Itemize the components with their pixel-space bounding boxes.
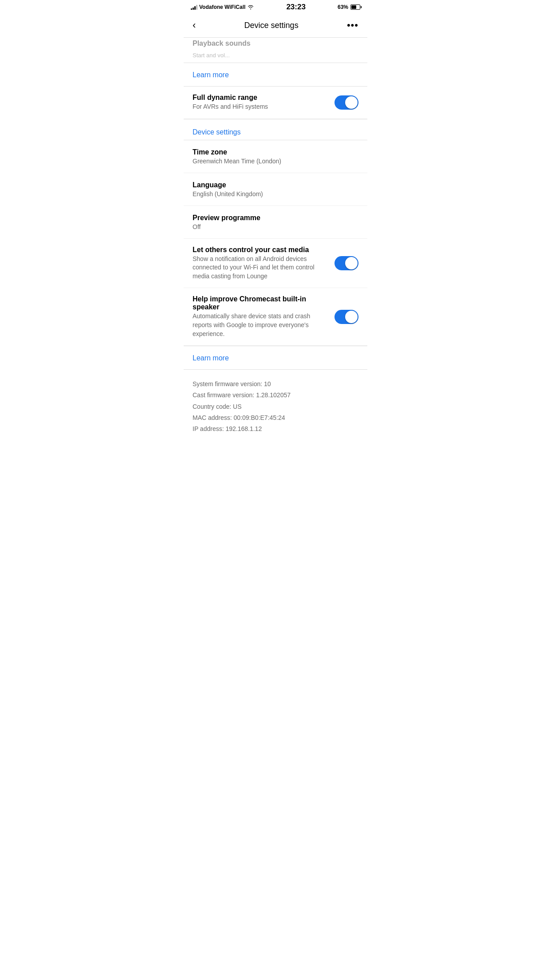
preview-programme-value: Off [193, 223, 358, 230]
status-right: 63% [338, 4, 360, 10]
full-dynamic-range-info: Full dynamic range For AVRs and HiFi sys… [193, 94, 335, 111]
timezone-row[interactable]: Time zone Greenwich Mean Time (London) [184, 140, 367, 173]
firmware-line-5: IP address: 192.168.1.12 [193, 423, 358, 435]
back-button[interactable]: ‹ [191, 18, 197, 33]
language-row[interactable]: Language English (United Kingdom) [184, 173, 367, 206]
device-settings-header: Device settings [184, 119, 367, 140]
content-area: Playback sounds Start and vol... Learn m… [184, 38, 367, 448]
firmware-line-2: Cast firmware version: 1.28.102057 [193, 390, 358, 401]
page-title: Device settings [244, 21, 299, 30]
full-dynamic-range-label: Full dynamic range [193, 94, 327, 102]
partial-text-2: Start and vol... [193, 52, 230, 59]
battery-percent: 63% [338, 4, 348, 10]
firmware-line-3: Country code: US [193, 401, 358, 412]
nav-header: ‹ Device settings ••• [184, 13, 367, 38]
signal-icon [191, 4, 197, 10]
language-label: Language [193, 181, 358, 189]
learn-more-link-2[interactable]: Learn more [184, 346, 367, 369]
status-time: 23:23 [286, 3, 305, 12]
firmware-line-4: MAC address: 00:09:B0:E7:45:24 [193, 412, 358, 423]
partial-text-1: Playback sounds [193, 40, 251, 47]
timezone-value: Greenwich Mean Time (London) [193, 158, 358, 165]
more-button[interactable]: ••• [345, 18, 360, 33]
toggle-knob-3 [345, 311, 358, 323]
help-improve-label: Help improve Chromecast built-in speaker [193, 295, 327, 311]
partial-top: Playback sounds [184, 38, 367, 51]
toggle-knob-2 [345, 257, 358, 269]
help-improve-toggle[interactable] [335, 310, 358, 324]
status-left: Vodafone WiFiCall [191, 4, 254, 10]
preview-programme-label: Preview programme [193, 214, 358, 222]
let-others-control-label: Let others control your cast media [193, 246, 327, 254]
let-others-control-row: Let others control your cast media Show … [184, 239, 367, 288]
preview-programme-row[interactable]: Preview programme Off [184, 206, 367, 239]
status-bar: Vodafone WiFiCall 23:23 63% [184, 0, 367, 13]
wifi-icon [247, 4, 254, 10]
toggle-knob [345, 96, 358, 109]
partial-subtext-container: Start and vol... [184, 51, 367, 63]
firmware-info: System firmware version: 10 Cast firmwar… [184, 370, 367, 448]
firmware-line-1: System firmware version: 10 [193, 379, 358, 390]
carrier-label: Vodafone WiFiCall [199, 4, 245, 10]
language-value: English (United Kingdom) [193, 190, 358, 198]
help-improve-desc: Automatically share device stats and cra… [193, 312, 327, 338]
timezone-label: Time zone [193, 148, 358, 156]
let-others-control-toggle[interactable] [335, 256, 358, 270]
battery-icon [350, 4, 360, 10]
full-dynamic-range-toggle[interactable] [335, 95, 358, 110]
help-improve-row: Help improve Chromecast built-in speaker… [184, 288, 367, 346]
full-dynamic-range-desc: For AVRs and HiFi systems [193, 103, 327, 111]
help-improve-info: Help improve Chromecast built-in speaker… [193, 295, 335, 338]
let-others-control-info: Let others control your cast media Show … [193, 246, 335, 281]
let-others-control-desc: Show a notification on all Android devic… [193, 255, 327, 281]
learn-more-link-1[interactable]: Learn more [184, 63, 367, 86]
full-dynamic-range-row: Full dynamic range For AVRs and HiFi sys… [184, 87, 367, 119]
